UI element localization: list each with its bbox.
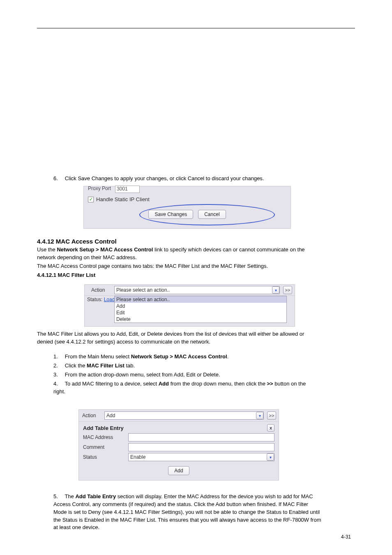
intro-para-2: The MAC Access Control page contains two… xyxy=(37,262,316,270)
p3-action-selected-text: Add xyxy=(106,413,115,418)
comment-label: Comment xyxy=(83,444,123,450)
step-5-bold: Add Table Entry xyxy=(75,493,116,499)
cancel-button[interactable]: Cancel xyxy=(198,210,226,219)
step-6-num: 6. xyxy=(53,175,63,183)
add-button[interactable]: Add xyxy=(168,466,189,475)
page-rule xyxy=(37,28,355,28)
action-label: Action xyxy=(91,287,111,293)
mac-address-input[interactable] xyxy=(128,433,274,441)
step-5: 5. The Add Table Entry section will disp… xyxy=(53,493,323,532)
intro-bold: Network Setup > MAC Access Control xyxy=(57,246,153,253)
status-load-link[interactable]: Load xyxy=(104,297,115,302)
status-selected-text: Enable xyxy=(130,454,145,460)
sub-heading: 4.4.12.1 MAC Filter List xyxy=(37,272,95,279)
status-select[interactable]: Enable ▾ xyxy=(128,453,274,461)
status-field-label: Status xyxy=(83,454,123,460)
chevron-down-icon[interactable]: ▾ xyxy=(272,286,279,294)
p3-action-label: Action xyxy=(82,413,101,418)
handle-static-ip-checkbox[interactable]: ✓ xyxy=(88,197,94,202)
step-2-suffix: tab. xyxy=(125,362,135,369)
step-6: 6. Click Save Changes to apply your chan… xyxy=(53,175,308,183)
chevron-down-icon[interactable]: ▾ xyxy=(256,412,263,419)
close-icon[interactable]: x xyxy=(267,424,274,432)
step-2-num: 2. xyxy=(53,362,63,370)
step-4-bold: Add xyxy=(159,381,169,387)
mac-address-label: MAC Address xyxy=(83,434,123,440)
step-3-num: 3. xyxy=(53,371,63,379)
proxy-port-label: Proxy Port xyxy=(88,186,111,191)
step-5-num: 5. xyxy=(53,493,63,501)
step-3-text: From the action drop-down menu, select f… xyxy=(65,372,220,378)
section-heading: 4.4.12 MAC Access Control xyxy=(37,237,117,246)
go-button[interactable]: >> xyxy=(283,286,292,294)
step-4: 4. To add MAC filtering to a device, sel… xyxy=(53,380,316,396)
intro-prefix: Use the xyxy=(37,246,57,253)
add-table-entry-title: Add Table Entry xyxy=(83,425,124,431)
p3-go-button[interactable]: >> xyxy=(267,411,276,420)
status-prefix: Status: xyxy=(87,297,104,302)
step-5-prefix: The xyxy=(65,493,75,499)
section-intro-para: Use the Network Setup > MAC Access Contr… xyxy=(37,246,316,262)
step-1-suffix: . xyxy=(227,353,229,360)
save-changes-panel: Proxy Port 3001 ✓ Handle Static IP Clien… xyxy=(83,186,291,229)
save-changes-button[interactable]: Save Changes xyxy=(148,210,193,219)
page-number: 4-31 xyxy=(341,534,351,540)
chevron-down-icon[interactable]: ▾ xyxy=(267,453,274,461)
step-1: 1. From the Main Menu select Network Set… xyxy=(53,353,316,361)
step-6-text: Click Save Changes to apply your changes… xyxy=(65,175,264,181)
step-1-prefix: From the Main Menu select xyxy=(65,353,131,360)
p3-action-select[interactable]: Add ▾ xyxy=(104,411,264,420)
step-4-num: 4. xyxy=(53,380,63,388)
add-table-entry-panel: Action Add ▾ >> Add Table Entry x MAC Ad… xyxy=(78,409,279,481)
option-edit[interactable]: Edit xyxy=(115,309,286,316)
option-placeholder[interactable]: Please select an action.. xyxy=(115,296,286,303)
step-1-bold: Network Setup > MAC Access Control xyxy=(131,353,227,360)
step-4-prefix: To add MAC filtering to a device, select xyxy=(65,381,158,387)
handle-static-ip-label: Handle Static IP Client xyxy=(96,196,150,202)
action-dropdown-list: Please select an action.. Add Edit Delet… xyxy=(114,296,287,323)
option-delete[interactable]: Delete xyxy=(115,316,286,323)
step-2-bold: MAC Filter List xyxy=(87,362,125,369)
step-4-bold2: >> xyxy=(267,381,273,387)
step-2-prefix: Click the xyxy=(65,362,87,369)
step-3: 3. From the action drop-down menu, selec… xyxy=(53,371,316,379)
comment-input[interactable] xyxy=(128,443,274,451)
sub-text: The MAC Filter List allows you to Add, E… xyxy=(37,330,316,346)
option-add[interactable]: Add xyxy=(115,303,286,309)
action-selected-text: Please select an action.. xyxy=(116,287,170,293)
step-2: 2. Click the MAC Filter List tab. xyxy=(53,362,316,370)
action-dropdown-panel: Action Please select an action.. ▾ >> St… xyxy=(84,284,295,327)
step-4-mid: from the drop down menu, then click the xyxy=(169,381,267,387)
action-select[interactable]: Please select an action.. ▾ xyxy=(114,286,280,294)
step-1-num: 1. xyxy=(53,353,63,361)
proxy-port-input[interactable]: 3001 xyxy=(115,186,140,193)
